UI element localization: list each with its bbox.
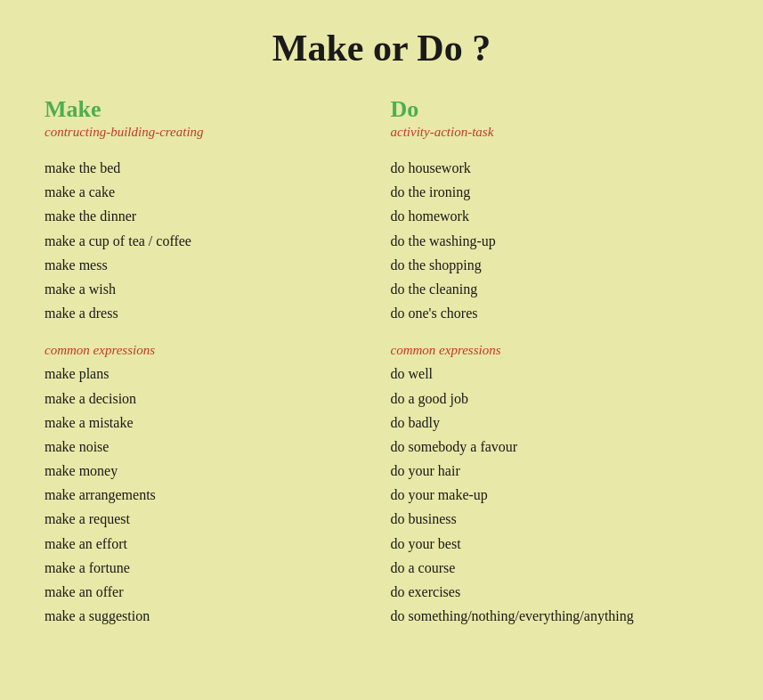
list-item: make a mistake bbox=[45, 411, 373, 435]
make-common-list: make plansmake a decisionmake a mistakem… bbox=[45, 362, 373, 628]
make-column: Make contructing-building-creating make … bbox=[36, 96, 382, 646]
page-title: Make or Do ? bbox=[36, 27, 727, 69]
list-item: do the washing-up bbox=[391, 229, 719, 253]
list-item: make plans bbox=[45, 362, 373, 386]
list-item: do well bbox=[391, 362, 719, 386]
list-item: make mess bbox=[45, 253, 373, 277]
do-common-label: common expressions bbox=[391, 343, 719, 358]
list-item: do the shopping bbox=[391, 253, 719, 277]
list-item: do your best bbox=[391, 532, 719, 556]
list-item: do a course bbox=[391, 556, 719, 580]
list-item: make the dinner bbox=[45, 204, 373, 228]
make-header: Make bbox=[45, 96, 373, 123]
list-item: make a suggestion bbox=[45, 604, 373, 628]
list-item: do housework bbox=[391, 156, 719, 180]
list-item: make money bbox=[45, 459, 373, 483]
list-item: do somebody a favour bbox=[391, 435, 719, 459]
list-item: make a cup of tea / coffee bbox=[45, 229, 373, 253]
do-basic-list: do houseworkdo the ironingdo homeworkdo … bbox=[391, 156, 719, 325]
do-header: Do bbox=[391, 96, 719, 123]
list-item: make a dress bbox=[45, 301, 373, 325]
do-common-list: do welldo a good jobdo badlydo somebody … bbox=[391, 362, 719, 628]
do-subtitle: activity-action-task bbox=[391, 125, 719, 140]
list-item: do something/nothing/everything/anything bbox=[391, 604, 719, 628]
list-item: make a decision bbox=[45, 387, 373, 411]
list-item: do one's chores bbox=[391, 301, 719, 325]
list-item: make noise bbox=[45, 435, 373, 459]
list-item: make a fortune bbox=[45, 556, 373, 580]
list-item: do your hair bbox=[391, 459, 719, 483]
list-item: do business bbox=[391, 507, 719, 531]
list-item: do the cleaning bbox=[391, 277, 719, 301]
list-item: make a cake bbox=[45, 180, 373, 204]
list-item: do badly bbox=[391, 411, 719, 435]
list-item: do homework bbox=[391, 204, 719, 228]
columns-container: Make contructing-building-creating make … bbox=[36, 96, 727, 646]
list-item: do exercises bbox=[391, 580, 719, 604]
make-basic-list: make the bedmake a cakemake the dinnerma… bbox=[45, 156, 373, 325]
make-common-label: common expressions bbox=[45, 343, 373, 358]
do-column: Do activity-action-task do houseworkdo t… bbox=[382, 96, 728, 646]
list-item: make arrangements bbox=[45, 483, 373, 507]
list-item: make an offer bbox=[45, 580, 373, 604]
list-item: make a request bbox=[45, 507, 373, 531]
list-item: make the bed bbox=[45, 156, 373, 180]
list-item: do a good job bbox=[391, 387, 719, 411]
list-item: do the ironing bbox=[391, 180, 719, 204]
list-item: do your make-up bbox=[391, 483, 719, 507]
list-item: make an effort bbox=[45, 532, 373, 556]
make-subtitle: contructing-building-creating bbox=[45, 125, 373, 140]
list-item: make a wish bbox=[45, 277, 373, 301]
